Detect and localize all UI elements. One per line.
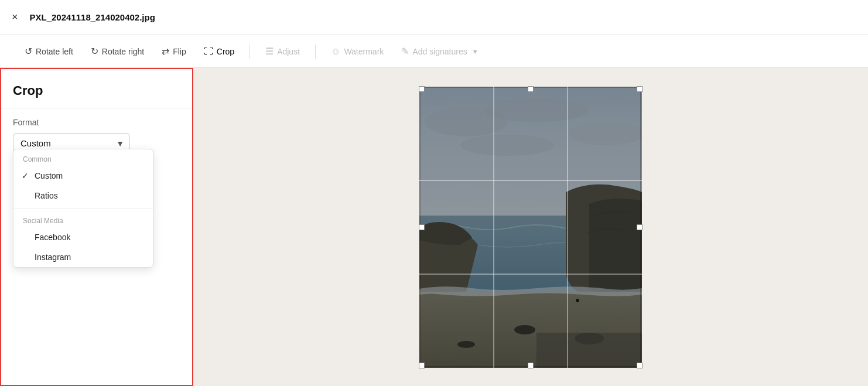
- format-dropdown: Common Custom Ratios Social Media Facebo…: [13, 149, 153, 268]
- dropdown-group-common: Common: [13, 149, 153, 166]
- crop-button[interactable]: ⛶ Crop: [197, 43, 241, 60]
- dropdown-group-social: Social Media: [13, 211, 153, 227]
- flip-button[interactable]: ⇄ Flip: [155, 42, 193, 60]
- crop-icon: ⛶: [204, 46, 213, 57]
- header: × PXL_20241118_214020402.jpg: [0, 0, 868, 35]
- rotate-right-label: Rotate right: [102, 47, 144, 56]
- watermark-icon: ☺: [331, 46, 340, 57]
- svg-point-7: [514, 325, 535, 334]
- crop-sidebar: Crop Format Custom Ratios Facebook Insta…: [0, 68, 193, 386]
- svg-rect-11: [536, 333, 642, 368]
- flip-icon: ⇄: [162, 46, 169, 57]
- svg-point-2: [484, 98, 589, 122]
- rotate-left-label: Rotate left: [36, 47, 73, 56]
- add-signatures-button[interactable]: ✎ Add signatures ▼: [394, 42, 485, 60]
- adjust-label: Adjust: [277, 47, 300, 56]
- rotate-left-icon: ↺: [25, 46, 32, 57]
- watermark-button[interactable]: ☺ Watermark: [324, 43, 391, 60]
- toolbar-separator-2: [315, 45, 316, 59]
- dropdown-divider: [13, 208, 153, 209]
- toolbar-separator: [250, 45, 250, 59]
- rotate-right-button[interactable]: ↻ Rotate right: [84, 42, 151, 60]
- dropdown-item-custom[interactable]: Custom: [13, 166, 153, 186]
- format-select-wrapper: Custom Ratios Facebook Instagram ▼ Commo…: [13, 133, 130, 153]
- sidebar-body: Format Custom Ratios Facebook Instagram …: [1, 108, 192, 163]
- add-signatures-label: Add signatures: [412, 47, 467, 56]
- dropdown-item-facebook[interactable]: Facebook: [13, 227, 153, 247]
- toolbar: ↺ Rotate left ↻ Rotate right ⇄ Flip ⛶ Cr…: [0, 35, 868, 68]
- flip-label: Flip: [173, 47, 186, 56]
- rotate-right-icon: ↻: [91, 46, 98, 57]
- signatures-icon: ✎: [401, 46, 409, 57]
- canvas-area: [193, 68, 868, 386]
- svg-point-10: [576, 299, 579, 302]
- svg-point-4: [460, 135, 554, 156]
- main-area: Crop Format Custom Ratios Facebook Insta…: [0, 68, 868, 386]
- close-button[interactable]: ×: [12, 11, 18, 23]
- adjust-button[interactable]: ☰ Adjust: [258, 42, 307, 60]
- format-label: Format: [13, 118, 180, 127]
- sidebar-title: Crop: [1, 69, 192, 108]
- file-title: PXL_20241118_214020402.jpg: [30, 12, 155, 22]
- crop-label: Crop: [217, 47, 234, 56]
- watermark-label: Watermark: [344, 47, 384, 56]
- svg-point-3: [569, 122, 642, 145]
- coastal-image: [419, 87, 642, 368]
- chevron-down-icon: ▼: [472, 48, 479, 55]
- rotate-left-button[interactable]: ↺ Rotate left: [18, 42, 80, 60]
- svg-point-9: [457, 341, 475, 348]
- adjust-icon: ☰: [265, 46, 274, 57]
- image-container: [419, 87, 642, 368]
- dropdown-item-instagram[interactable]: Instagram: [13, 247, 153, 267]
- dropdown-item-ratios[interactable]: Ratios: [13, 186, 153, 206]
